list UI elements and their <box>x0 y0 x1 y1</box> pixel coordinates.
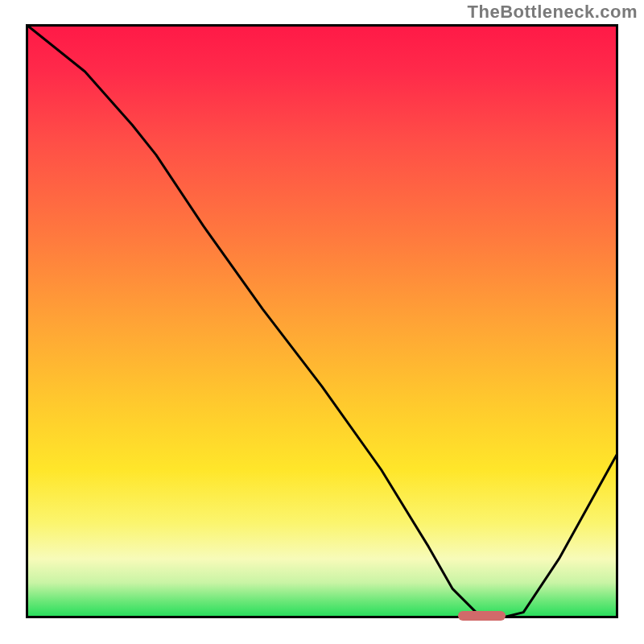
bottleneck-curve <box>26 24 618 618</box>
optimal-range-marker <box>458 611 506 621</box>
watermark-text: TheBottleneck.com <box>468 2 638 23</box>
bottleneck-chart: TheBottleneck.com <box>0 0 644 644</box>
plot-area <box>26 24 618 618</box>
